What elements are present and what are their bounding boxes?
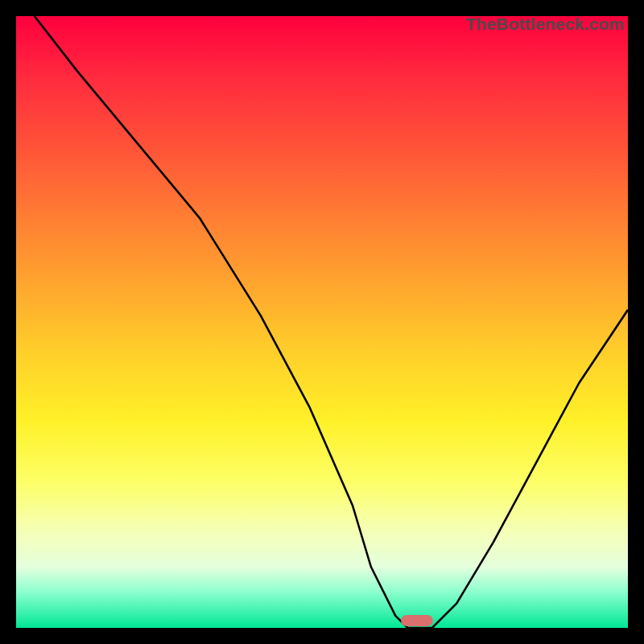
optimal-marker	[401, 615, 433, 626]
bottleneck-curve	[16, 16, 628, 628]
plot-area: TheBottleneck.com	[16, 16, 628, 628]
curve-path	[35, 16, 628, 628]
chart-frame: TheBottleneck.com	[0, 0, 644, 644]
